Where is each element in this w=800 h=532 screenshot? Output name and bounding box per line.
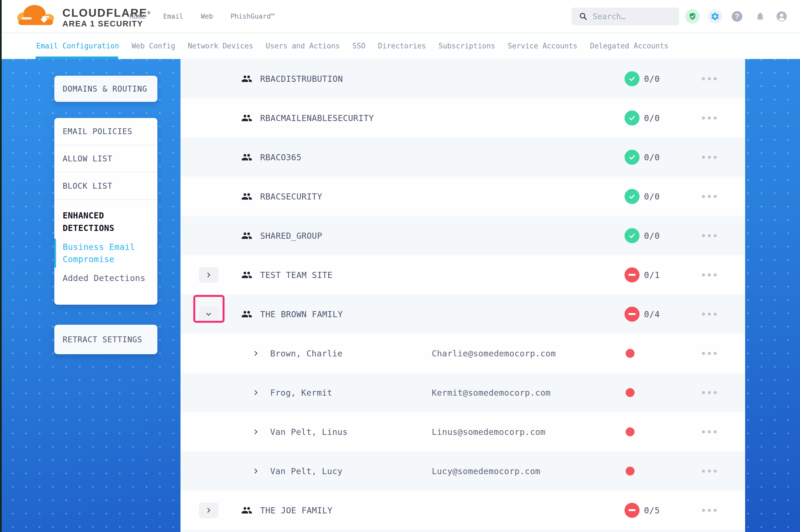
tab-service-accounts[interactable]: Service Accounts <box>508 42 578 50</box>
row-actions-button[interactable] <box>699 467 720 475</box>
sidebar-policies-card: EMAIL POLICIES ALLOW LIST BLOCK LIST ENH… <box>54 118 157 305</box>
member-chevron-icon[interactable] <box>252 350 260 357</box>
row-actions-button[interactable] <box>699 114 720 122</box>
group-name: TEST TEAM SITE <box>260 270 332 280</box>
member-chevron-icon[interactable] <box>252 428 260 435</box>
group-icon <box>240 190 253 203</box>
member-chevron-icon[interactable] <box>252 389 260 396</box>
status-count: 0/0 <box>644 74 660 83</box>
group-name: RBACO365 <box>260 152 302 162</box>
collapse-row-button[interactable] <box>199 306 218 322</box>
table-row-group[interactable]: RBACDISTRUBUTION 0/0 <box>181 59 745 98</box>
table-row-group[interactable]: TEST TEAM SITE 0/1 <box>181 255 745 294</box>
status-count: 0/0 <box>644 113 660 123</box>
group-icon <box>240 229 253 242</box>
sidebar-label: BLOCK LIST <box>63 182 112 191</box>
row-actions-button[interactable] <box>699 231 720 240</box>
group-icon <box>240 504 253 517</box>
security-shield-button[interactable] <box>685 0 700 33</box>
member-email: Kermit@somedemocorp.com <box>432 387 551 397</box>
group-name: THE JOE FAMILY <box>260 505 332 515</box>
table-row-group[interactable]: RBACSECURITY 0/0 <box>181 177 745 216</box>
nav-item-email[interactable]: Email <box>163 13 183 20</box>
table-row-member[interactable]: Brown, Charlie Charlie@somedemocorp.com <box>181 334 745 373</box>
tab-directories[interactable]: Directories <box>378 42 426 50</box>
chevron-right-icon <box>205 507 212 514</box>
tab-subscriptions[interactable]: Subscriptions <box>438 42 495 50</box>
enhanced-detections-section: ENHANCED DETECTIONS Business Email Compr… <box>54 200 157 283</box>
tab-web-config[interactable]: Web Config <box>131 42 175 50</box>
help-button[interactable]: ? <box>732 0 742 33</box>
table-row-member[interactable]: Van Pelt, Lucy Lucy@somedemocorp.com <box>181 451 745 491</box>
nav-item-phishguard[interactable]: PhishGuard™ <box>230 13 275 20</box>
group-name: RBACSECURITY <box>260 191 322 201</box>
notifications-button[interactable] <box>755 0 765 33</box>
sidebar-item-added-detections[interactable]: Added Detections <box>63 273 149 283</box>
tab-delegated-accounts[interactable]: Delegated Accounts <box>590 42 669 50</box>
table-row-group[interactable]: RBACO365 0/0 <box>181 137 745 177</box>
expand-row-button[interactable] <box>199 267 218 283</box>
settings-button[interactable] <box>708 0 722 33</box>
sidebar-item-block-list[interactable]: BLOCK LIST <box>54 172 157 200</box>
table-row-group[interactable]: RBACMAILENABLESECURITY 0/0 <box>181 98 745 137</box>
row-actions-button[interactable] <box>699 270 720 279</box>
sidebar-item-business-email-compromise[interactable]: Business Email Compromise <box>63 241 138 265</box>
row-actions-button[interactable] <box>699 428 720 436</box>
enhanced-detections-heading: ENHANCED DETECTIONS <box>63 209 138 234</box>
table-row-member[interactable]: Frog, Kermit Kermit@somedemocorp.com <box>181 373 745 412</box>
sidebar-label: ALLOW LIST <box>63 154 112 163</box>
member-chevron-icon[interactable] <box>252 468 260 475</box>
status-badge-enabled <box>624 228 639 243</box>
row-actions-button[interactable] <box>699 153 720 162</box>
status-count: 0/0 <box>644 152 660 162</box>
table-row-group[interactable]: SHARED_GROUP 0/0 <box>181 216 745 255</box>
member-name: Frog, Kermit <box>270 387 332 397</box>
tab-sso[interactable]: SSO <box>352 42 365 50</box>
tab-email-configuration[interactable]: Email Configuration <box>36 42 119 50</box>
row-actions-button[interactable] <box>699 74 720 83</box>
table-row-group[interactable]: THE JOE FAMILY 0/5 <box>181 491 745 530</box>
primary-nav: Home Email Web PhishGuard™ <box>129 0 275 33</box>
sidebar-item-domains-routing[interactable]: DOMAINS & ROUTING <box>54 76 157 102</box>
table-row-member[interactable]: Van Pelt, Linus Linus@somedemocorp.com <box>181 412 745 451</box>
status-dot-disabled <box>625 388 635 397</box>
status-count: 0/4 <box>644 309 660 319</box>
group-icon <box>240 151 253 164</box>
global-search[interactable] <box>571 7 679 25</box>
row-actions-button[interactable] <box>699 192 720 201</box>
row-actions-button[interactable] <box>699 388 720 397</box>
status-badge-disabled <box>624 307 639 322</box>
sidebar-label: RETRACT SETTINGS <box>63 335 142 344</box>
sidebar-item-retract-settings[interactable]: RETRACT SETTINGS <box>54 325 157 354</box>
search-input[interactable] <box>592 12 677 21</box>
table-row-group[interactable]: THE BROWN FAMILY 0/4 <box>181 294 745 334</box>
group-icon <box>240 112 253 125</box>
top-header-bar: CLOUDFLARE® AREA 1 SECURITY Home Email W… <box>0 0 800 33</box>
status-badge-disabled <box>624 503 639 518</box>
sidebar-label: EMAIL POLICIES <box>63 127 132 136</box>
gear-icon <box>710 12 720 21</box>
row-actions-button[interactable] <box>699 506 720 514</box>
nav-item-home[interactable]: Home <box>129 13 146 20</box>
settings-tabs: Email Configuration Web Config Network D… <box>36 33 669 59</box>
status-dot-disabled <box>625 467 635 476</box>
chevron-down-icon <box>205 311 212 318</box>
status-badge-enabled <box>624 111 639 126</box>
nav-item-web[interactable]: Web <box>201 13 213 20</box>
tab-users-and-actions[interactable]: Users and Actions <box>266 42 340 50</box>
account-button[interactable] <box>776 0 787 33</box>
expand-row-button[interactable] <box>199 502 218 518</box>
group-name: RBACMAILENABLESECURITY <box>260 113 374 123</box>
sidebar-item-allow-list[interactable]: ALLOW LIST <box>54 145 157 172</box>
group-icon <box>240 268 253 281</box>
active-tab-underline <box>36 56 118 59</box>
row-actions-button[interactable] <box>699 349 720 358</box>
sidebar-item-email-policies[interactable]: EMAIL POLICIES <box>54 118 157 145</box>
row-actions-button[interactable] <box>699 310 720 318</box>
tab-network-devices[interactable]: Network Devices <box>188 42 253 50</box>
help-icon: ? <box>735 12 739 20</box>
status-count: 0/5 <box>644 505 660 515</box>
group-icon <box>240 72 253 85</box>
group-name: RBACDISTRUBUTION <box>260 74 343 83</box>
status-count: 0/1 <box>644 270 660 280</box>
